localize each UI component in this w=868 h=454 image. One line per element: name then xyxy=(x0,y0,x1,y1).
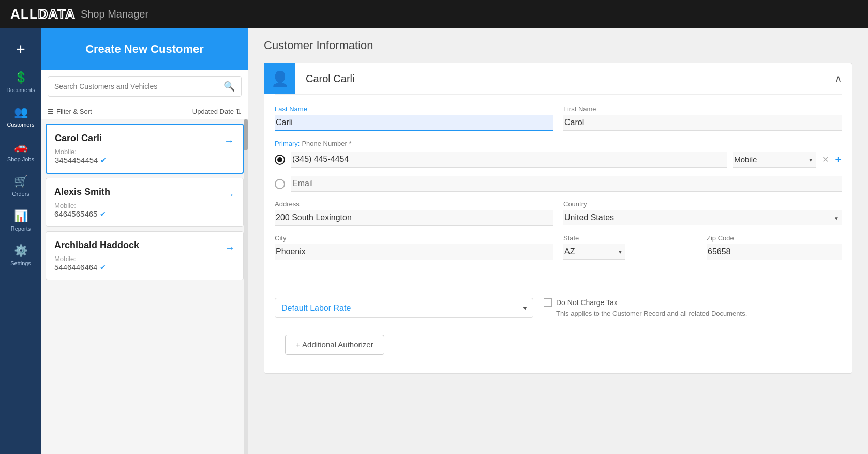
customer-mobile-label-archibald: Mobile: xyxy=(54,255,139,263)
scrollbar-thumb[interactable] xyxy=(244,119,248,150)
do-not-charge-tax-checkbox[interactable] xyxy=(544,298,552,307)
country-select[interactable]: United States Canada Mexico xyxy=(563,210,842,225)
card-arrow-carol[interactable]: → xyxy=(224,135,234,147)
person-icon: 👤 xyxy=(271,70,289,87)
sidebar-item-documents[interactable]: 💲 Documents xyxy=(0,65,41,99)
customer-name-carol: Carol Carli xyxy=(55,133,107,144)
email-input[interactable] xyxy=(291,176,842,192)
phone-input[interactable] xyxy=(291,152,727,168)
nav-documents-label: Documents xyxy=(6,87,35,93)
labor-rate-section: Default Labor Rate Do Not Charge Tax Thi… xyxy=(264,290,852,326)
country-label: Country xyxy=(563,200,842,208)
customer-card-carol[interactable]: Carol Carli Mobile: 3454454454 ✔ → xyxy=(46,124,244,174)
sort-date-label: Updated Date xyxy=(192,108,234,115)
nav-settings-label: Settings xyxy=(10,260,31,266)
tax-section: Do Not Charge Tax This applies to the Cu… xyxy=(544,298,747,317)
sort-date-button[interactable]: Updated Date ⇅ xyxy=(192,108,242,115)
zip-group: Zip Code xyxy=(707,234,842,260)
state-select-wrapper: AZ CA NY xyxy=(563,244,625,260)
customer-name-alexis: Alexis Smith xyxy=(54,187,110,198)
filter-sort-bar: ☰ Filter & Sort Updated Date ⇅ xyxy=(41,103,248,119)
sidebar-item-shopjobs[interactable]: 🚗 Shop Jobs xyxy=(0,134,41,169)
sidebar: Create New Customer 🔍 ☰ Filter & Sort Up… xyxy=(41,28,248,454)
address-input[interactable] xyxy=(275,210,553,226)
customer-mobile-val-alexis: 6464565465 ✔ xyxy=(54,209,110,218)
city-state-zip-row: City State AZ CA NY xyxy=(275,234,842,260)
verified-icon-archibald: ✔ xyxy=(100,263,106,271)
first-name-label: First Name xyxy=(563,105,842,113)
page-title: Customer Information xyxy=(264,39,852,52)
do-not-charge-tax-label: Do Not Charge Tax xyxy=(556,298,618,307)
customer-name-archibald: Archibald Haddock xyxy=(54,240,139,251)
address-label: Address xyxy=(275,200,553,208)
scrollbar-track[interactable] xyxy=(244,119,248,454)
search-input[interactable] xyxy=(54,82,223,90)
state-select[interactable]: AZ CA NY xyxy=(563,244,625,260)
main-layout: + 💲 Documents 👥 Customers 🚗 Shop Jobs 🛒 … xyxy=(0,28,868,454)
customer-mobile-val-carol: 3454454454 ✔ xyxy=(55,156,107,164)
nav-plus-button[interactable]: + xyxy=(0,34,41,65)
primary-label: Primary: xyxy=(275,140,300,147)
phone-type-wrapper: Mobile Home Work xyxy=(733,152,816,168)
sidebar-item-reports[interactable]: 📊 Reports xyxy=(0,203,41,238)
settings-icon: ⚙️ xyxy=(14,244,28,258)
sidebar-item-customers[interactable]: 👥 Customers xyxy=(0,99,41,134)
phone-radio-button[interactable] xyxy=(275,155,285,165)
city-group: City xyxy=(275,234,553,260)
card-arrow-archibald[interactable]: → xyxy=(225,242,235,254)
additional-authorizer-button[interactable]: + Additional Authorizer xyxy=(285,335,384,355)
reports-icon: 📊 xyxy=(14,209,28,223)
zip-input[interactable] xyxy=(707,244,842,260)
email-radio-button[interactable] xyxy=(275,179,285,189)
customer-card-archibald[interactable]: Archibald Haddock Mobile: 5446446464 ✔ → xyxy=(46,231,244,280)
sidebar-item-orders[interactable]: 🛒 Orders xyxy=(0,169,41,203)
left-nav: + 💲 Documents 👥 Customers 🚗 Shop Jobs 🛒 … xyxy=(0,28,41,454)
shopmanager-label: Shop Manager xyxy=(81,8,148,20)
form-section: Last Name First Name Primary: Phone Numb… xyxy=(264,95,852,279)
sort-arrows-icon: ⇅ xyxy=(236,108,242,115)
filter-icon: ☰ xyxy=(48,108,54,115)
customer-info-card: 👤 Carol Carli ∧ Last Name First Name xyxy=(264,63,852,374)
zip-label: Zip Code xyxy=(707,234,842,242)
city-label: City xyxy=(275,234,553,242)
topbar: ALLDATA Shop Manager xyxy=(0,0,868,28)
customer-card-alexis[interactable]: Alexis Smith Mobile: 6464565465 ✔ → xyxy=(46,178,244,227)
customer-info-header: 👤 Carol Carli ∧ xyxy=(264,63,852,94)
filter-sort-button[interactable]: ☰ Filter & Sort xyxy=(48,108,92,115)
nav-customers-label: Customers xyxy=(7,122,34,128)
search-box: 🔍 xyxy=(48,76,242,97)
first-name-input[interactable] xyxy=(563,115,842,131)
shopjobs-icon: 🚗 xyxy=(14,140,28,154)
search-button[interactable]: 🔍 xyxy=(223,81,235,92)
card-arrow-alexis[interactable]: → xyxy=(225,189,235,201)
address-country-row: Address Country United States Canada Mex… xyxy=(275,200,842,226)
collapse-button[interactable]: ∧ xyxy=(825,65,852,92)
logo: ALLDATA Shop Manager xyxy=(10,6,148,22)
country-group: Country United States Canada Mexico xyxy=(563,200,842,226)
labor-rate-select[interactable]: Default Labor Rate xyxy=(275,298,533,318)
phone-add-button[interactable]: + xyxy=(835,153,842,167)
name-row: Last Name First Name xyxy=(275,105,842,131)
verified-icon-alexis: ✔ xyxy=(100,210,106,218)
first-name-group: First Name xyxy=(563,105,842,131)
plus-icon: + xyxy=(16,40,25,58)
nav-reports-label: Reports xyxy=(11,225,31,232)
main-content: Customer Information 👤 Carol Carli ∧ L xyxy=(248,28,868,454)
customer-avatar: 👤 xyxy=(264,63,295,94)
phone-remove-button[interactable]: ✕ xyxy=(822,155,829,164)
form-divider xyxy=(275,279,842,279)
customer-mobile-label-alexis: Mobile: xyxy=(54,202,110,209)
filter-sort-label: Filter & Sort xyxy=(56,108,92,115)
last-name-input[interactable] xyxy=(275,115,553,131)
tax-description: This applies to the Customer Record and … xyxy=(556,310,747,317)
documents-icon: 💲 xyxy=(14,71,28,84)
last-name-label: Last Name xyxy=(275,105,553,113)
nav-shopjobs-label: Shop Jobs xyxy=(7,156,34,162)
phone-type-select[interactable]: Mobile Home Work xyxy=(733,152,816,168)
state-group: State AZ CA NY xyxy=(563,234,698,260)
sidebar-header[interactable]: Create New Customer xyxy=(41,28,248,70)
sidebar-item-settings[interactable]: ⚙️ Settings xyxy=(0,238,41,273)
labor-rate-row: Default Labor Rate Do Not Charge Tax Thi… xyxy=(275,298,842,318)
city-input[interactable] xyxy=(275,244,553,260)
sidebar-search-area: 🔍 xyxy=(41,70,248,103)
